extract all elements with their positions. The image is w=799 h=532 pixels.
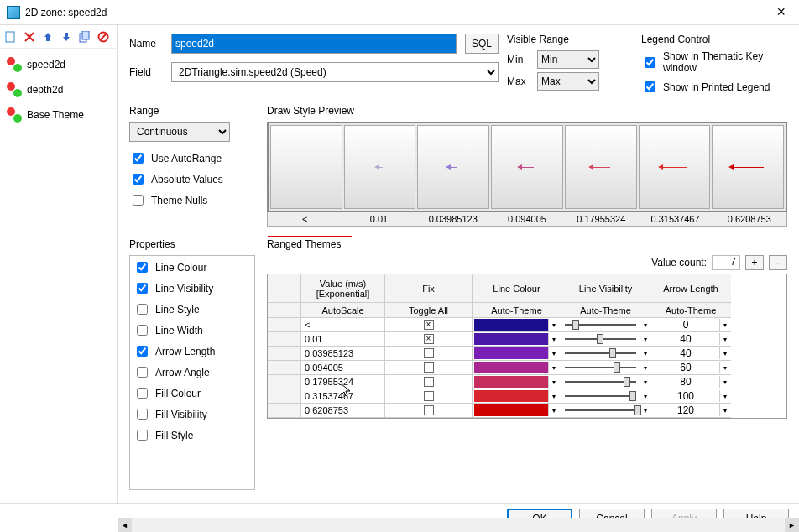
autotheme-vis-button[interactable]: Auto-Theme [561, 303, 650, 318]
row-handle[interactable] [268, 375, 301, 389]
name-input[interactable] [171, 34, 457, 54]
property-checkbox[interactable] [137, 283, 148, 294]
col-line-visibility[interactable]: Line Visibility [561, 274, 650, 303]
colour-cell[interactable]: ▾ [473, 318, 561, 332]
arrow-length-cell[interactable]: 40▾ [650, 347, 731, 361]
chevron-down-icon[interactable]: ▾ [640, 347, 650, 359]
range-type-select[interactable]: Continuous [129, 122, 230, 142]
colour-cell[interactable]: ▾ [473, 361, 561, 375]
value-cell[interactable]: 0.03985123 [301, 347, 385, 361]
autorange-checkbox[interactable] [133, 153, 144, 164]
visibility-cell[interactable]: ▾ [561, 375, 650, 389]
value-cell[interactable]: 0.094005 [301, 361, 385, 375]
chevron-down-icon[interactable]: ▾ [719, 347, 729, 359]
value-cell[interactable]: < [301, 318, 385, 332]
chevron-down-icon[interactable]: ▾ [719, 319, 729, 331]
value-cell[interactable]: 0.01 [301, 332, 385, 347]
sidebar-item[interactable]: depth2d [0, 77, 117, 102]
forbid-icon[interactable] [97, 31, 109, 43]
row-handle[interactable] [268, 404, 301, 418]
chevron-down-icon[interactable]: ▾ [548, 347, 558, 359]
arrow-length-cell[interactable]: 40▾ [650, 332, 731, 347]
fix-cell[interactable] [385, 375, 473, 389]
property-checkbox[interactable] [137, 367, 148, 378]
visibility-cell[interactable]: ▾ [561, 318, 650, 332]
arrow-length-cell[interactable]: 80▾ [650, 375, 731, 389]
row-handle[interactable] [268, 361, 301, 375]
fix-cell[interactable] [385, 389, 473, 404]
property-checkbox[interactable] [137, 430, 148, 441]
property-checkbox[interactable] [137, 388, 148, 399]
chevron-down-icon[interactable]: ▾ [640, 319, 650, 331]
min-select[interactable]: Min [537, 50, 599, 69]
col-line-colour[interactable]: Line Colour [473, 274, 561, 303]
arrow-length-cell[interactable]: 120▾ [650, 404, 731, 418]
visibility-cell[interactable]: ▾ [561, 389, 650, 404]
copy-icon[interactable] [79, 31, 91, 43]
up-arrow-icon[interactable] [42, 31, 54, 43]
chevron-down-icon[interactable]: ▾ [719, 362, 729, 373]
colour-cell[interactable]: ▾ [473, 332, 561, 347]
col-arrow-length[interactable]: Arrow Length [650, 274, 731, 303]
chevron-down-icon[interactable]: ▾ [548, 376, 558, 388]
arrow-length-cell[interactable]: 0▾ [650, 318, 731, 332]
down-arrow-icon[interactable] [60, 31, 72, 43]
chevron-down-icon[interactable]: ▾ [640, 390, 650, 402]
fix-cell[interactable] [385, 404, 473, 418]
minus-button[interactable]: - [769, 255, 787, 270]
value-cell[interactable]: 0.6208753 [301, 404, 385, 418]
chevron-down-icon[interactable]: ▾ [719, 333, 729, 345]
property-checkbox[interactable] [137, 325, 148, 336]
chevron-down-icon[interactable]: ▾ [719, 390, 729, 402]
theme-nulls-checkbox[interactable] [133, 195, 144, 206]
row-handle[interactable] [268, 389, 301, 404]
field-select[interactable]: 2DTriangle.sim.speed2d (Speed) [171, 62, 499, 82]
chevron-down-icon[interactable]: ▾ [640, 376, 650, 388]
sidebar-item[interactable]: Base Theme [0, 102, 117, 128]
autotheme-arrow-button[interactable]: Auto-Theme [650, 303, 731, 318]
thematic-checkbox[interactable] [645, 57, 655, 68]
visibility-cell[interactable]: ▾ [561, 347, 650, 361]
colour-cell[interactable]: ▾ [473, 375, 561, 389]
max-select[interactable]: Max [537, 72, 599, 91]
row-handle[interactable] [268, 347, 301, 361]
scroll-right-icon[interactable]: ► [785, 518, 799, 532]
new-icon[interactable] [5, 31, 17, 43]
colour-cell[interactable]: ▾ [473, 347, 561, 361]
value-cell[interactable]: 0.31537467 [301, 389, 385, 404]
sql-button[interactable]: SQL [465, 34, 499, 54]
chevron-down-icon[interactable]: ▾ [548, 319, 558, 331]
row-handle[interactable] [268, 332, 301, 347]
row-handle[interactable] [268, 318, 301, 332]
fix-cell[interactable] [385, 361, 473, 375]
chevron-down-icon[interactable]: ▾ [548, 333, 558, 345]
property-checkbox[interactable] [137, 409, 148, 420]
chevron-down-icon[interactable]: ▾ [719, 404, 729, 416]
close-icon[interactable]: × [770, 3, 792, 21]
arrow-length-cell[interactable]: 100▾ [650, 389, 731, 404]
property-checkbox[interactable] [137, 304, 148, 315]
col-value[interactable]: Value (m/s) [Exponential] [301, 274, 385, 303]
property-checkbox[interactable] [137, 346, 148, 357]
fix-cell[interactable]: × [385, 332, 473, 347]
property-checkbox[interactable] [137, 262, 148, 273]
colour-cell[interactable]: ▾ [473, 404, 561, 418]
absolute-checkbox[interactable] [133, 174, 144, 185]
plus-button[interactable]: + [745, 255, 764, 270]
chevron-down-icon[interactable]: ▾ [548, 404, 558, 416]
chevron-down-icon[interactable]: ▾ [640, 333, 650, 345]
printed-checkbox[interactable] [645, 81, 655, 92]
chevron-down-icon[interactable]: ▾ [548, 390, 558, 402]
fix-cell[interactable]: × [385, 318, 473, 332]
value-cell[interactable]: 0.17955324 [301, 375, 385, 389]
scroll-left-icon[interactable]: ◄ [118, 518, 132, 532]
col-fix[interactable]: Fix [385, 274, 473, 303]
autoscale-button[interactable]: AutoScale [301, 303, 385, 318]
toggle-all-button[interactable]: Toggle All [385, 303, 473, 318]
visibility-cell[interactable]: ▾ [561, 404, 650, 418]
colour-cell[interactable]: ▾ [473, 389, 561, 404]
visibility-cell[interactable]: ▾ [561, 361, 650, 375]
delete-icon[interactable] [24, 31, 35, 43]
chevron-down-icon[interactable]: ▾ [640, 362, 650, 373]
arrow-length-cell[interactable]: 60▾ [650, 361, 731, 375]
